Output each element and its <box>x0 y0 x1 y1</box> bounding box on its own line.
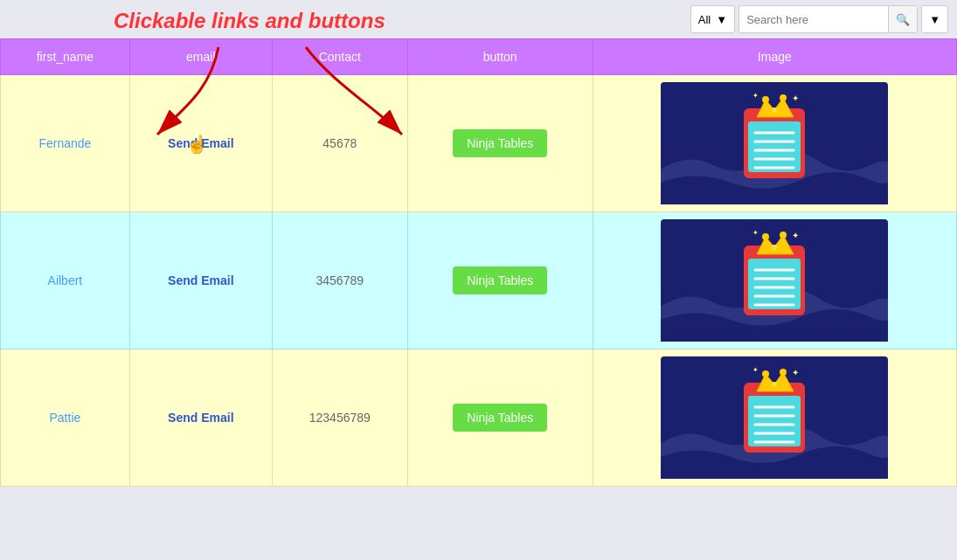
filter-dropdown[interactable]: All ▼ <box>690 5 735 33</box>
svg-rect-32 <box>748 396 801 446</box>
cell-firstname: Fernande <box>1 75 130 212</box>
send-email-link-2[interactable]: Send Email <box>168 273 233 287</box>
cell-email: Send Email <box>129 212 272 349</box>
ninja-tables-button-3[interactable]: Ninja Tables <box>453 404 547 432</box>
cell-button: Ninja Tables <box>407 75 593 212</box>
cell-button: Ninja Tables <box>407 212 593 349</box>
col-email: email <box>129 39 272 75</box>
filter-label: All <box>698 13 711 26</box>
cell-firstname: Ailbert <box>1 212 130 349</box>
data-table: first_name email Contact button Image Fe… <box>0 38 957 487</box>
svg-text:✦: ✦ <box>752 229 759 237</box>
chevron-down-icon: ▼ <box>716 13 727 26</box>
svg-point-39 <box>762 370 769 377</box>
table-header-row: first_name email Contact button Image <box>1 39 957 75</box>
svg-point-40 <box>772 382 777 387</box>
table-row: Pattie Send Email 123456789 Ninja Tables <box>1 349 957 487</box>
cell-email: Send Email <box>129 75 272 212</box>
cell-contact: 45678 <box>272 75 407 212</box>
ninja-tables-button-1[interactable]: Ninja Tables <box>453 129 547 157</box>
cell-email: Send Email <box>129 349 272 487</box>
send-email-link-3[interactable]: Send Email <box>168 411 233 425</box>
cell-contact: 3456789 <box>272 212 407 349</box>
search-button[interactable]: 🔍 <box>888 6 917 32</box>
table-row: Fernande Send Email 45678 Ninja Tables <box>1 75 957 212</box>
svg-point-41 <box>780 369 787 376</box>
svg-point-26 <box>772 245 777 250</box>
svg-rect-18 <box>748 259 801 309</box>
col-firstname: first_name <box>1 39 130 75</box>
svg-point-11 <box>762 96 769 103</box>
svg-point-13 <box>780 94 787 101</box>
top-bar: All ▼ 🔍 ▼ <box>0 0 957 38</box>
search-box: 🔍 <box>739 5 918 33</box>
cell-button: Ninja Tables <box>407 349 593 487</box>
svg-point-25 <box>762 233 769 240</box>
cell-image-2: ✦ ✦ <box>593 212 956 349</box>
send-email-link-1[interactable]: Send Email <box>168 136 233 150</box>
cell-image-1: ✦ ✦ <box>593 75 956 212</box>
search-input[interactable] <box>739 10 888 30</box>
svg-text:✦: ✦ <box>752 92 759 100</box>
ninja-tables-button-2[interactable]: Ninja Tables <box>453 266 547 294</box>
svg-point-27 <box>780 232 787 239</box>
cell-firstname: Pattie <box>1 349 130 487</box>
cell-contact: 123456789 <box>272 349 407 487</box>
svg-text:✦: ✦ <box>792 231 799 240</box>
table-row: Ailbert Send Email 3456789 Ninja Tables <box>1 212 957 349</box>
svg-text:✦: ✦ <box>792 93 799 103</box>
svg-point-12 <box>772 107 777 113</box>
col-button: button <box>407 39 593 75</box>
svg-text:✦: ✦ <box>792 368 799 377</box>
svg-text:✦: ✦ <box>752 366 759 374</box>
col-image: Image <box>593 39 956 75</box>
svg-rect-4 <box>748 121 801 172</box>
col-contact: Contact <box>272 39 407 75</box>
cell-image-3: ✦ ✦ <box>593 349 956 487</box>
more-options-button[interactable]: ▼ <box>921 5 948 33</box>
